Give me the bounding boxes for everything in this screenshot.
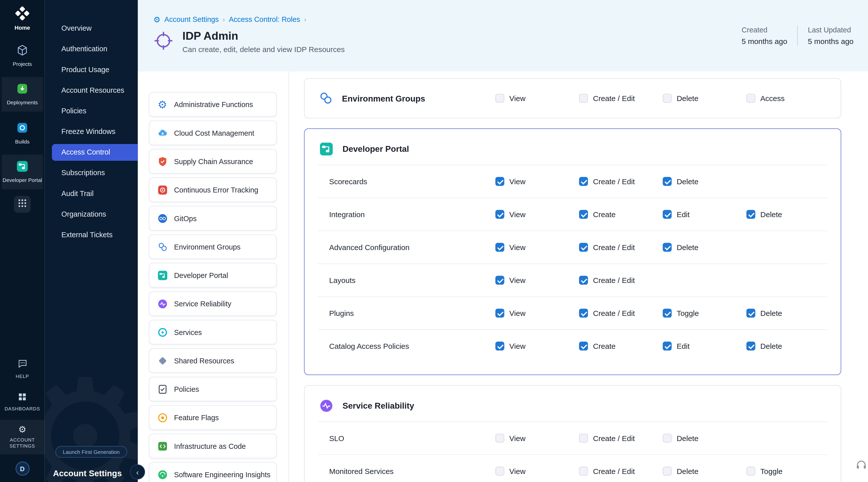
sidebar-item-account-resources[interactable]: Account Resources [52, 82, 138, 99]
rail-module-projects[interactable]: Projects [1, 38, 43, 72]
resource-item-environment-groups[interactable]: Environment Groups [149, 235, 277, 259]
checkbox-create[interactable] [579, 341, 588, 351]
checkbox-create-edit[interactable] [579, 467, 588, 476]
user-avatar[interactable]: D [15, 462, 29, 476]
permission-row-slo: SLOViewCreate / EditDelete [318, 421, 827, 454]
sidebar-item-audit-trail[interactable]: Audit Trail [52, 185, 138, 202]
breadcrumb-access-control-roles[interactable]: Access Control: Roles [229, 15, 300, 23]
rail-module-developer-portal[interactable]: Developer Portal [1, 155, 43, 189]
permission-row-label: Layouts [318, 276, 495, 284]
resource-item-administrative-functions[interactable]: ⚙Administrative Functions [149, 92, 277, 117]
help-headset-icon[interactable] [855, 459, 868, 471]
checkbox-delete[interactable] [663, 177, 672, 186]
perm-label: Create / Edit [593, 94, 635, 102]
checkbox-view[interactable] [495, 177, 504, 186]
card-title: Developer Portal [343, 144, 409, 154]
resource-item-policies[interactable]: Policies [149, 377, 277, 401]
rail-module-builds[interactable]: Builds [1, 116, 43, 150]
perm-label: View [509, 467, 525, 475]
checkbox-delete[interactable] [663, 243, 672, 252]
checkbox-toggle[interactable] [663, 309, 672, 318]
resource-item-supply-chain-assurance[interactable]: Supply Chain Assurance [149, 149, 277, 174]
checkbox-delete[interactable] [746, 210, 755, 219]
checkbox-create-edit[interactable] [579, 309, 588, 318]
checkbox-create-edit[interactable] [579, 177, 588, 186]
rail-home[interactable]: Home [0, 0, 45, 34]
page-subtitle: Can create, edit, delete and view IDP Re… [182, 45, 345, 54]
resource-item-software-engineering-insights[interactable]: Software Engineering Insights [149, 462, 277, 482]
card-header: Service Reliability [305, 386, 841, 421]
resource-item-service-reliability[interactable]: Service Reliability [149, 291, 277, 316]
resource-item-label: Cloud Cost Management [174, 129, 254, 137]
checkbox-view[interactable] [495, 434, 504, 443]
perm-label: Delete [760, 342, 782, 350]
shared-resources-icon [157, 355, 168, 366]
checkbox-delete[interactable] [663, 94, 672, 103]
checkbox-view[interactable] [495, 243, 504, 252]
checkbox-delete[interactable] [746, 309, 755, 318]
sidebar-item-product-usage[interactable]: Product Usage [52, 61, 138, 78]
rail-item-account-settings[interactable]: ⚙ACCOUNT SETTINGS [0, 420, 45, 454]
sidebar-item-external-tickets[interactable]: External Tickets [52, 227, 138, 243]
sidebar-item-access-control[interactable]: Access Control [52, 144, 138, 161]
content: ⚙Administrative FunctionsCloud Cost Mana… [138, 71, 868, 482]
perm-edit: Edit [663, 341, 746, 351]
permission-row-label: Catalog Access Policies [318, 342, 495, 350]
permission-card-service-reliability: Service ReliabilitySLOViewCreate / EditD… [304, 385, 841, 482]
sidebar-item-policies[interactable]: Policies [52, 103, 138, 120]
checkbox-view[interactable] [495, 210, 504, 219]
rail-item-dashboards[interactable]: DASHBOARDS [0, 387, 45, 417]
rail-item-label: ACCOUNT SETTINGS [2, 437, 43, 449]
resource-item-infrastructure-as-code[interactable]: Infrastructure as Code [149, 434, 277, 458]
checkbox-create-edit[interactable] [579, 434, 588, 443]
sidebar-collapse-handle[interactable]: ‹ [130, 464, 145, 480]
checkbox-create[interactable] [579, 210, 588, 219]
checkbox-delete[interactable] [663, 467, 672, 476]
permission-row-label: Monitored Services [318, 467, 495, 475]
rail-module-deployments[interactable]: Deployments [1, 77, 43, 111]
perm-label: Delete [677, 94, 699, 102]
resource-item-developer-portal[interactable]: Developer Portal [149, 263, 277, 288]
resource-item-cloud-cost-management[interactable]: Cloud Cost Management [149, 121, 277, 145]
sidebar-item-freeze-windows[interactable]: Freeze Windows [52, 123, 138, 140]
resource-item-shared-resources[interactable]: Shared Resources [149, 348, 277, 373]
rail-module-label: Builds [2, 138, 42, 145]
checkbox-delete[interactable] [663, 434, 672, 443]
environment-groups-icon [157, 241, 168, 252]
cloud-cost-icon [157, 127, 168, 138]
module-browser-button[interactable] [14, 196, 31, 213]
resource-item-services[interactable]: Services [149, 320, 277, 344]
checkbox-access[interactable] [746, 94, 755, 103]
checkbox-toggle[interactable] [746, 467, 755, 476]
sidebar-footer-title: Account Settings [53, 469, 122, 478]
sidebar-item-organizations[interactable]: Organizations [52, 206, 138, 223]
checkbox-create-edit[interactable] [579, 243, 588, 252]
checkbox-create-edit[interactable] [579, 276, 588, 285]
rail-modules: ProjectsDeploymentsBuildsDeveloper Porta… [1, 34, 43, 189]
left-rail: Home ProjectsDeploymentsBuildsDeveloper … [0, 0, 45, 482]
checkbox-create-edit[interactable] [579, 94, 588, 103]
perm-view: View [495, 434, 579, 443]
rail-item-help[interactable]: HELP [0, 353, 45, 385]
checkbox-edit[interactable] [663, 341, 672, 351]
checkbox-view[interactable] [495, 276, 504, 285]
sidebar-item-authentication[interactable]: Authentication [52, 41, 138, 58]
sidebar-item-subscriptions[interactable]: Subscriptions [52, 164, 138, 181]
resource-item-label: Policies [174, 385, 199, 393]
resource-item-label: Services [174, 328, 202, 336]
checkbox-view[interactable] [495, 341, 504, 351]
checkbox-delete[interactable] [746, 341, 755, 351]
checkbox-view[interactable] [495, 467, 504, 476]
sidebar-item-overview[interactable]: Overview [52, 20, 138, 37]
rail-module-label: Projects [2, 61, 42, 67]
resource-item-feature-flags[interactable]: Feature Flags [149, 405, 277, 430]
launch-first-generation-button[interactable]: Launch First Generation [55, 446, 128, 458]
rail-module-label: Developer Portal [2, 177, 42, 183]
resource-item-continuous-error-tracking[interactable]: Continuous Error Tracking [149, 177, 277, 202]
checkbox-edit[interactable] [663, 210, 672, 219]
breadcrumb-account-settings[interactable]: Account Settings [164, 15, 219, 23]
checkbox-view[interactable] [495, 94, 504, 103]
perm-label: Toggle [760, 467, 782, 475]
checkbox-view[interactable] [495, 309, 504, 318]
resource-item-gitops[interactable]: GitOps [149, 206, 277, 231]
